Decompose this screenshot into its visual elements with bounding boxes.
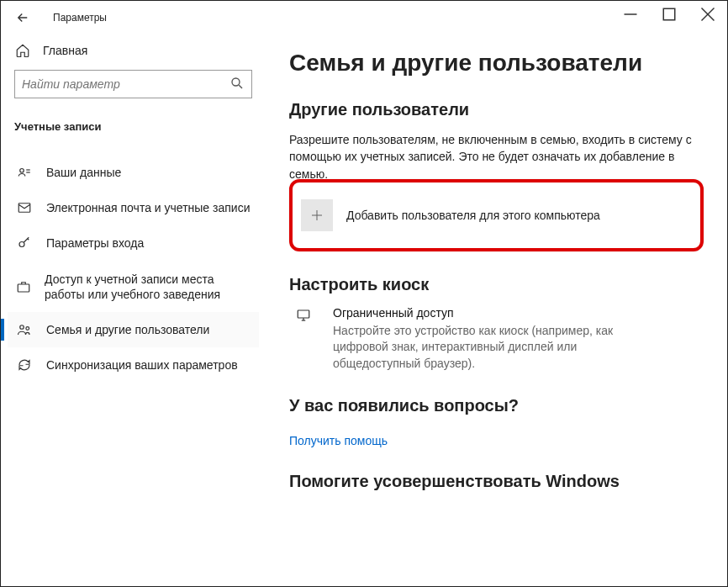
key-icon — [16, 235, 33, 251]
svg-rect-16 — [298, 310, 309, 318]
sidebar-section-label: Учетные записи — [8, 114, 259, 146]
people-icon — [16, 322, 33, 337]
sidebar-item-label: Доступ к учетной записи места работы или… — [45, 272, 251, 302]
kiosk-title: Ограниченный доступ — [333, 306, 636, 320]
add-user-button[interactable]: Добавить пользователя для этого компьюте… — [298, 194, 687, 236]
home-icon — [14, 43, 31, 58]
briefcase-icon — [16, 279, 31, 294]
sidebar-item-label: Синхронизация ваших параметров — [46, 357, 238, 373]
sidebar-item-signin-options[interactable]: Параметры входа — [8, 225, 259, 261]
kiosk-item[interactable]: Ограниченный доступ Настройте это устрой… — [289, 306, 704, 373]
home-link[interactable]: Главная — [8, 34, 259, 70]
svg-point-13 — [26, 327, 29, 331]
sidebar-item-your-info[interactable]: Ваши данные — [8, 155, 259, 190]
sidebar-item-label: Семья и другие пользователи — [46, 322, 209, 337]
svg-point-12 — [20, 325, 24, 330]
titlebar: Параметры — [1, 1, 727, 34]
svg-point-10 — [19, 242, 24, 247]
svg-rect-11 — [18, 284, 29, 292]
svg-point-6 — [20, 169, 24, 173]
page-title: Семья и другие пользователи — [289, 50, 704, 77]
search-box[interactable] — [14, 70, 252, 98]
sidebar-item-label: Электронная почта и учетные записи — [46, 200, 250, 215]
sidebar-item-email-accounts[interactable]: Электронная почта и учетные записи — [8, 190, 259, 225]
monitor-icon — [289, 306, 318, 373]
sidebar-item-work-access[interactable]: Доступ к учетной записи места работы или… — [8, 262, 259, 312]
maximize-button[interactable] — [650, 1, 688, 28]
svg-rect-9 — [18, 204, 30, 213]
questions-heading: У вас появились вопросы? — [289, 396, 704, 415]
sidebar-item-label: Параметры входа — [46, 235, 144, 251]
get-help-link[interactable]: Получить помощь — [289, 434, 388, 447]
search-input[interactable] — [22, 77, 229, 91]
svg-point-4 — [232, 78, 240, 86]
improve-heading: Помогите усовершенствовать Windows — [289, 472, 704, 491]
other-users-heading: Другие пользователи — [289, 100, 704, 119]
svg-rect-1 — [663, 8, 675, 20]
main-content: Семья и другие пользователи Другие польз… — [266, 34, 727, 586]
kiosk-heading: Настроить киоск — [289, 275, 704, 294]
close-button[interactable] — [688, 1, 727, 28]
window-controls — [611, 1, 727, 28]
sidebar-nav: Ваши данные Электронная почта и учетные … — [8, 155, 259, 383]
other-users-description: Разрешите пользователям, не включенным в… — [289, 131, 704, 182]
sidebar: Главная Учетные записи Ваши данные Элект… — [1, 34, 266, 586]
home-label: Главная — [43, 44, 87, 57]
sync-icon — [16, 357, 33, 373]
kiosk-description: Настройте это устройство как киоск (напр… — [333, 323, 636, 373]
sidebar-item-sync[interactable]: Синхронизация ваших параметров — [8, 347, 259, 383]
mail-icon — [16, 200, 33, 215]
sidebar-item-family[interactable]: Семья и другие пользователи — [8, 312, 259, 347]
minimize-button[interactable] — [611, 1, 650, 28]
window-title: Параметры — [53, 12, 107, 24]
add-user-label: Добавить пользователя для этого компьюте… — [346, 209, 600, 222]
plus-icon — [301, 199, 333, 231]
back-button[interactable] — [8, 3, 38, 33]
sidebar-item-label: Ваши данные — [46, 165, 121, 180]
svg-line-5 — [239, 85, 242, 88]
search-icon — [229, 76, 245, 93]
person-card-icon — [16, 165, 33, 180]
highlighted-add-user-box: Добавить пользователя для этого компьюте… — [289, 179, 704, 251]
